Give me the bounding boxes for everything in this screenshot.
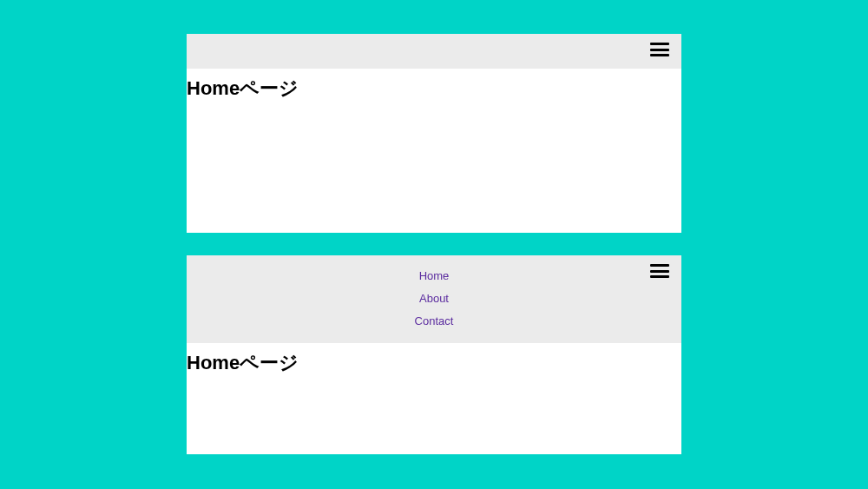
nav-link-about[interactable]: About <box>419 292 449 305</box>
panel-closed-menu: Homeページ <box>187 34 681 233</box>
page-title: Homeページ <box>187 343 681 376</box>
nav-menu: Home About Contact <box>199 264 669 327</box>
hamburger-menu-icon[interactable] <box>650 264 669 278</box>
nav-link-contact[interactable]: Contact <box>415 314 454 327</box>
nav-link-home[interactable]: Home <box>419 269 450 282</box>
navbar <box>187 34 681 69</box>
page-title: Homeページ <box>187 69 681 102</box>
panel-open-menu: Home About Contact Homeページ <box>187 255 681 454</box>
navbar: Home About Contact <box>187 255 681 343</box>
hamburger-menu-icon[interactable] <box>650 43 669 56</box>
